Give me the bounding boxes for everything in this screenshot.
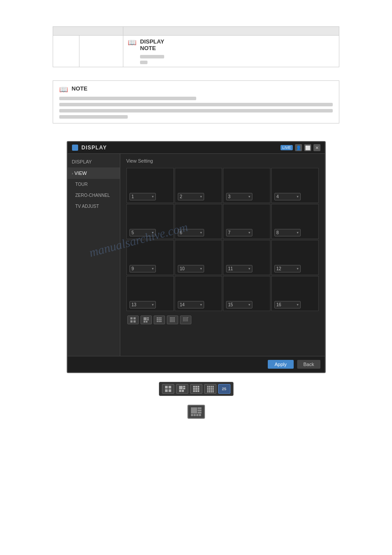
channel-dropdown-14[interactable]: 14 ▾ <box>178 301 204 308</box>
svg-rect-30 <box>170 321 171 322</box>
svg-rect-4 <box>144 317 147 320</box>
note-placeholder-1 <box>140 55 164 58</box>
channel-num-6: 6 <box>180 230 183 235</box>
channel-dropdown-8[interactable]: 8 ▾ <box>274 229 301 236</box>
svg-rect-13 <box>158 319 160 320</box>
svg-rect-71 <box>195 390 197 392</box>
sidebar-item-tour[interactable]: TOUR <box>68 179 120 190</box>
close-btn[interactable]: ✕ <box>313 144 320 151</box>
apply-button[interactable]: Apply <box>268 360 294 369</box>
svg-rect-21 <box>174 317 175 318</box>
svg-rect-26 <box>170 320 171 321</box>
note-block-1: 📖 DISPLAY NOTE <box>128 38 334 64</box>
channel-dropdown-4[interactable]: 4 ▾ <box>274 193 301 200</box>
channel-dropdown-16[interactable]: 16 ▾ <box>274 301 301 308</box>
channel-num-12: 12 <box>277 266 281 271</box>
svg-rect-76 <box>212 386 214 387</box>
single-channel-icon[interactable] <box>187 405 205 419</box>
grid-8-btn[interactable] <box>140 316 152 324</box>
svg-rect-64 <box>193 386 195 388</box>
sidebar-item-view[interactable]: ›VIEW <box>68 167 120 179</box>
dropdown-arrow-7: ▾ <box>248 231 250 235</box>
channel-dropdown-6[interactable]: 6 ▾ <box>178 229 204 236</box>
svg-rect-41 <box>186 318 187 319</box>
sidebar-item-display[interactable]: DISPLAY <box>68 156 120 167</box>
svg-rect-67 <box>193 388 195 390</box>
channel-dropdown-2[interactable]: 2 ▾ <box>178 193 204 200</box>
bottom-ph-4 <box>59 115 128 119</box>
channel-dropdown-12[interactable]: 12 ▾ <box>274 265 301 272</box>
channel-dropdown-9[interactable]: 9 ▾ <box>129 265 156 272</box>
strip-8-icon[interactable] <box>176 384 188 394</box>
svg-rect-87 <box>211 391 212 392</box>
strip-9-icon[interactable] <box>190 384 202 394</box>
svg-rect-79 <box>211 388 212 389</box>
svg-rect-23 <box>171 319 172 319</box>
svg-rect-62 <box>179 390 181 392</box>
svg-rect-2 <box>130 320 133 323</box>
channel-cell-5: 5 ▾ <box>126 204 174 239</box>
sidebar-item-tv-adjust[interactable]: TV ADJUST <box>68 201 120 212</box>
dropdown-arrow-15: ▾ <box>248 303 250 307</box>
svg-rect-44 <box>184 319 185 319</box>
ui-sidebar: DISPLAY ›VIEW TOUR ZERO-CHANNEL TV ADJUS… <box>68 154 120 356</box>
note-icon-1: 📖 <box>128 39 137 46</box>
grid-25-btn[interactable] <box>180 316 191 324</box>
svg-rect-55 <box>165 386 168 388</box>
bottom-note-title: NOTE <box>72 85 87 92</box>
dropdown-arrow-4: ▾ <box>297 195 298 199</box>
strip-16-icon[interactable] <box>204 384 216 394</box>
channel-cell-14: 14 ▾ <box>175 276 222 311</box>
table-cell-empty1 <box>53 36 79 67</box>
channel-dropdown-15[interactable]: 15 ▾ <box>226 301 252 308</box>
channel-dropdown-3[interactable]: 3 ▾ <box>226 193 252 200</box>
svg-rect-6 <box>147 319 149 320</box>
svg-rect-70 <box>193 390 195 392</box>
svg-rect-5 <box>147 317 149 319</box>
channel-dropdown-7[interactable]: 7 ▾ <box>226 229 252 236</box>
back-button[interactable]: Back <box>297 360 320 369</box>
svg-rect-38 <box>188 317 188 318</box>
bottom-note-block: 📖 NOTE <box>53 80 339 123</box>
svg-rect-47 <box>183 320 184 320</box>
svg-rect-40 <box>184 318 185 319</box>
top-table-section: 📖 DISPLAY NOTE <box>53 26 339 67</box>
grid-4-btn[interactable] <box>127 316 139 324</box>
svg-rect-74 <box>209 386 210 387</box>
svg-rect-52 <box>184 321 185 321</box>
svg-rect-81 <box>207 389 209 391</box>
dropdown-arrow-10: ▾ <box>200 267 202 271</box>
svg-rect-8 <box>146 321 147 323</box>
svg-rect-33 <box>174 321 175 322</box>
ui-header-title: DISPLAY <box>82 145 277 151</box>
exit-btn[interactable]: ⬜ <box>304 144 311 151</box>
svg-rect-19 <box>171 317 172 318</box>
channel-cell-1: 1 ▾ <box>126 168 174 203</box>
svg-rect-93 <box>191 414 193 416</box>
grid-9-btn[interactable] <box>154 316 165 324</box>
svg-rect-15 <box>157 321 158 322</box>
bottom-ph-1 <box>59 97 196 100</box>
dropdown-arrow-9: ▾ <box>152 267 154 271</box>
dropdown-arrow-14: ▾ <box>200 303 202 307</box>
user-btn[interactable]: 👤 <box>295 144 302 151</box>
channel-dropdown-5[interactable]: 5 ▾ <box>129 229 156 236</box>
svg-rect-54 <box>187 321 188 321</box>
channel-dropdown-13[interactable]: 13 ▾ <box>129 301 156 308</box>
channel-num-3: 3 <box>228 194 231 199</box>
svg-rect-66 <box>198 386 199 388</box>
channel-num-7: 7 <box>228 230 231 235</box>
svg-rect-80 <box>212 388 214 389</box>
strip-25-icon[interactable]: 25 <box>218 384 230 394</box>
channel-dropdown-11[interactable]: 11 ▾ <box>226 265 252 272</box>
channel-cell-12: 12 ▾ <box>271 240 319 275</box>
channel-dropdown-10[interactable]: 10 ▾ <box>178 265 204 272</box>
sidebar-item-zero-channel[interactable]: ZERO-CHANNEL <box>68 190 120 201</box>
svg-rect-20 <box>173 317 173 318</box>
strip-4-icon[interactable] <box>162 384 174 394</box>
grid-16-btn[interactable] <box>167 316 178 324</box>
channel-dropdown-1[interactable]: 1 ▾ <box>129 193 156 200</box>
svg-rect-68 <box>195 388 197 390</box>
svg-rect-35 <box>184 317 185 318</box>
svg-rect-83 <box>211 389 212 391</box>
